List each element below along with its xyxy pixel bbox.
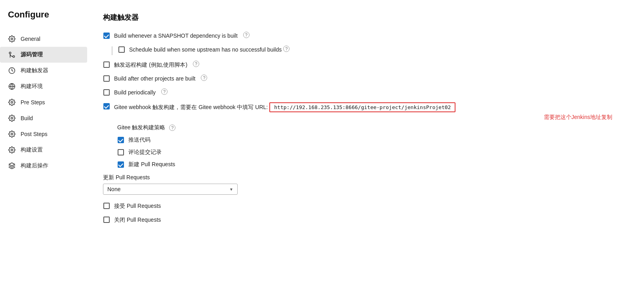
accept-pr-label: 接受 Pull Requests bbox=[114, 202, 161, 210]
poststeps-icon bbox=[8, 130, 16, 138]
svg-marker-10 bbox=[9, 163, 15, 166]
snapshot-checkbox[interactable] bbox=[103, 33, 110, 39]
chevron-down-icon: ▼ bbox=[229, 187, 233, 192]
sidebar-item-label-source: 源码管理 bbox=[21, 51, 43, 58]
svg-point-6 bbox=[11, 102, 13, 104]
schedule-checkbox[interactable] bbox=[118, 46, 125, 53]
build-icon bbox=[8, 114, 16, 122]
after-help-icon[interactable]: ? bbox=[201, 75, 207, 81]
accept-pr-row: 接受 Pull Requests bbox=[103, 202, 628, 210]
push-code-label: 推送代码 bbox=[128, 136, 151, 144]
sidebar-item-label-general: General bbox=[21, 36, 40, 42]
close-pr-checkbox-wrapper[interactable] bbox=[103, 216, 110, 223]
periodic-label: Build periodically bbox=[114, 88, 156, 97]
sidebar-item-env[interactable]: 构建环境 bbox=[0, 79, 87, 94]
after-checkbox-wrapper[interactable] bbox=[103, 75, 110, 82]
gitee-annotation: 需要把这个Jenkins地址复制 bbox=[544, 114, 612, 121]
source-icon bbox=[8, 51, 16, 59]
snapshot-help-icon[interactable]: ? bbox=[243, 32, 250, 38]
new-pr-row: 新建 Pull Requests bbox=[117, 160, 628, 169]
update-pr-dropdown[interactable]: None ▼ bbox=[103, 184, 238, 195]
snapshot-checkbox-wrapper[interactable] bbox=[103, 32, 110, 39]
trigger-periodic-row: Build periodically ? bbox=[103, 88, 628, 97]
cube-icon bbox=[8, 162, 16, 170]
gitee-checkbox[interactable] bbox=[103, 103, 110, 109]
accept-pr-checkbox-wrapper[interactable] bbox=[103, 202, 110, 209]
settings-icon bbox=[8, 146, 16, 154]
push-code-row: 推送代码 bbox=[117, 136, 628, 144]
gitee-trigger-section: Gitee webhook 触发构建，需要在 Gitee webhook 中填写… bbox=[103, 102, 628, 121]
sidebar-item-postbuild[interactable]: 构建后操作 bbox=[0, 158, 87, 174]
page-title: Configure bbox=[0, 10, 87, 31]
sidebar-item-buildsettings[interactable]: 构建设置 bbox=[0, 142, 87, 158]
vert-divider bbox=[112, 46, 112, 55]
comment-commit-label: 评论提交记录 bbox=[128, 148, 162, 156]
remote-help-icon[interactable]: ? bbox=[193, 61, 199, 67]
periodic-checkbox[interactable] bbox=[103, 89, 110, 96]
sidebar-item-label-poststeps: Post Steps bbox=[21, 131, 48, 137]
trigger-snapshot-row: Build whenever a SNAPSHOT dependency is … bbox=[103, 32, 628, 40]
sidebar-item-source[interactable]: 源码管理 bbox=[0, 47, 87, 63]
sidebar-item-triggers[interactable]: 构建触发器 bbox=[0, 63, 87, 79]
sidebar-item-label-triggers: 构建触发器 bbox=[21, 67, 48, 74]
comment-commit-checkbox-wrapper[interactable] bbox=[117, 149, 124, 156]
gitee-label-prefix: Gitee webhook 触发构建，需要在 Gitee webhook 中填写… bbox=[114, 103, 268, 111]
push-code-checkbox-wrapper[interactable] bbox=[117, 136, 124, 144]
close-pr-label: 关闭 Pull Requests bbox=[114, 216, 161, 224]
snapshot-label: Build whenever a SNAPSHOT dependency is … bbox=[114, 32, 238, 40]
trigger-after-row: Build after other projects are built ? bbox=[103, 75, 628, 83]
comment-commit-row: 评论提交记录 bbox=[117, 148, 628, 156]
svg-point-7 bbox=[11, 117, 13, 119]
sidebar-item-general[interactable]: General bbox=[0, 31, 87, 47]
gear-icon bbox=[8, 35, 16, 43]
gitee-strategy-label: Gitee 触发构建策略 bbox=[117, 123, 165, 132]
gitee-checkbox-wrapper[interactable] bbox=[103, 103, 110, 110]
accept-pr-checkbox[interactable] bbox=[103, 203, 110, 209]
after-checkbox[interactable] bbox=[103, 75, 110, 82]
sidebar-item-label-env: 构建环境 bbox=[21, 83, 43, 90]
gitee-strategy-help-icon[interactable]: ? bbox=[169, 125, 175, 131]
section-title: 构建触发器 bbox=[103, 13, 628, 22]
push-code-checkbox[interactable] bbox=[118, 137, 124, 143]
schedule-label: Schedule build when some upstream has no… bbox=[129, 46, 282, 54]
close-pr-checkbox[interactable] bbox=[103, 217, 110, 223]
remote-label: 触发远程构建 (例如,使用脚本) bbox=[114, 61, 187, 69]
schedule-help-icon[interactable]: ? bbox=[283, 46, 290, 52]
periodic-help-icon[interactable]: ? bbox=[161, 88, 168, 95]
sidebar-item-label-postbuild: 构建后操作 bbox=[21, 162, 48, 169]
close-pr-row: 关闭 Pull Requests bbox=[103, 216, 628, 224]
after-label: Build after other projects are built bbox=[114, 75, 195, 83]
new-pr-checkbox-wrapper[interactable] bbox=[117, 161, 124, 168]
gitee-trigger-content: Gitee webhook 触发构建，需要在 Gitee webhook 中填写… bbox=[114, 102, 628, 112]
svg-point-8 bbox=[11, 133, 13, 135]
trigger-remote-row: 触发远程构建 (例如,使用脚本) ? bbox=[103, 61, 628, 69]
periodic-checkbox-wrapper[interactable] bbox=[103, 89, 110, 96]
clock-icon bbox=[8, 67, 16, 75]
gear2-icon bbox=[8, 98, 16, 106]
comment-commit-checkbox[interactable] bbox=[118, 149, 124, 155]
sidebar-item-poststeps[interactable]: Post Steps bbox=[0, 126, 87, 142]
gitee-webhook-url: http://192.168.235.135:8666/gitee-projec… bbox=[269, 102, 455, 112]
sidebar-item-label-presteps: Pre Steps bbox=[21, 99, 45, 106]
sidebar-item-build[interactable]: Build bbox=[0, 110, 87, 126]
new-pr-label: 新建 Pull Requests bbox=[128, 160, 175, 169]
sidebar-item-label-build: Build bbox=[21, 115, 33, 121]
svg-point-9 bbox=[11, 149, 13, 151]
update-pr-label: 更新 Pull Requests bbox=[103, 174, 628, 181]
new-pr-checkbox[interactable] bbox=[118, 161, 124, 168]
main-content: 构建触发器 Build whenever a SNAPSHOT dependen… bbox=[87, 0, 644, 305]
sidebar: Configure General 源码管理 构建 bbox=[0, 0, 87, 305]
sidebar-item-presteps[interactable]: Pre Steps bbox=[0, 94, 87, 110]
remote-checkbox[interactable] bbox=[103, 61, 110, 68]
svg-point-0 bbox=[11, 38, 13, 40]
gitee-strategy-section: Gitee 触发构建策略 ? 推送代码 评论提交记录 bbox=[117, 123, 628, 169]
update-pr-section: 更新 Pull Requests None ▼ bbox=[103, 174, 628, 195]
update-pr-dropdown-value: None bbox=[107, 186, 120, 192]
remote-checkbox-wrapper[interactable] bbox=[103, 61, 110, 68]
sidebar-item-label-buildsettings: 构建设置 bbox=[21, 146, 43, 153]
globe-icon bbox=[8, 82, 16, 90]
schedule-checkbox-wrapper[interactable] bbox=[118, 46, 125, 53]
